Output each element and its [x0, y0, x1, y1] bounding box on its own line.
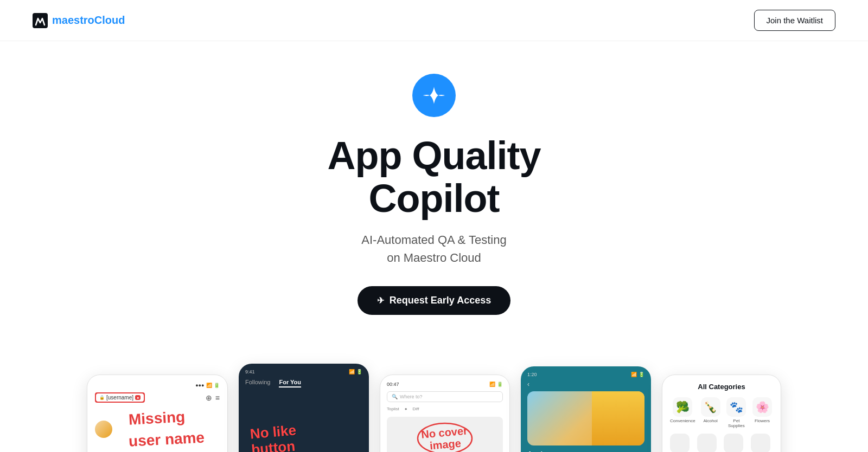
hero-subtitle-line2: on Maestro Cloud [387, 251, 481, 264]
song-title: Analogue [527, 450, 644, 452]
logo-icon [33, 13, 48, 28]
logo: maestroCloud [33, 13, 125, 28]
following-tab: Following [245, 379, 270, 388]
category-pet-supplies: 🐾 Pet Supplies [725, 397, 747, 428]
missing-text-line1: Missing [128, 409, 186, 429]
cover-image-area: No coverimage [387, 417, 503, 452]
media-status-bar: 00:47 📶 🔋 [387, 382, 503, 387]
hero-subtitle: AI-Automated QA & Testing on Maestro Clo… [361, 231, 506, 267]
request-early-access-button[interactable]: ✈ Request Early Access [358, 286, 510, 315]
category-placeholder-3 [724, 434, 743, 452]
send-icon: ✈ [377, 295, 384, 306]
categories-grid: 🥦 Convenience 🍾 Alcohol 🐾 Pet Supplies 🌸… [670, 397, 773, 428]
svg-rect-0 [33, 13, 48, 28]
dark-status-bar: 9:41 📶 🔋 [245, 369, 362, 374]
music-time: 1:20 [527, 372, 537, 377]
category-convenience: 🥦 Convenience [670, 397, 695, 428]
no-like-button-annotation: No likebutton [250, 423, 298, 452]
username-field: 🔒 [username] ● [95, 392, 145, 403]
nav-item-1: Toplist [387, 406, 399, 411]
hero-title: App Quality Copilot [327, 134, 540, 220]
back-button: ‹ [521, 380, 651, 391]
hero-icon-circle [412, 74, 456, 117]
convenience-icon: 🥦 [673, 397, 692, 417]
cta-label: Request Early Access [390, 295, 491, 306]
lock-badge: ● [135, 395, 141, 400]
pet-supplies-label: Pet Supplies [725, 418, 747, 428]
convenience-label: Convenience [670, 418, 695, 423]
flowers-label: Flowers [755, 418, 770, 423]
search-bar: 🔍 Where to? [387, 391, 503, 402]
add-icon: ⊕ [206, 393, 212, 402]
nav-item-3: Diff [413, 406, 419, 411]
circle-annotation [415, 419, 475, 452]
avatar [95, 421, 112, 438]
menu-icon: ≡ [215, 393, 220, 402]
media-nav: Toplist ● Diff [387, 406, 503, 411]
song-info: Analogue [521, 445, 651, 452]
nav-item-2: ● [405, 406, 407, 411]
alcohol-icon: 🍾 [701, 397, 720, 417]
alcohol-label: Alcohol [703, 418, 717, 423]
screenshot-feed-dark: 9:41 📶 🔋 Following For You No likebutton [239, 364, 369, 452]
status-bar: ●●● 📶 🔋 [95, 383, 220, 388]
more-categories [670, 434, 773, 452]
feed-tabs: Following For You [245, 379, 362, 388]
profile-header: 🔒 [username] ● ⊕ ≡ [95, 392, 220, 403]
category-alcohol: 🍾 Alcohol [700, 397, 722, 428]
star-icon [423, 85, 445, 106]
category-placeholder-4 [751, 434, 770, 452]
screenshot-categories: All Categories 🥦 Convenience 🍾 Alcohol 🐾… [662, 374, 781, 452]
search-placeholder: Where to? [400, 394, 423, 399]
missing-username-annotation: Missing user name [118, 408, 220, 450]
screenshot-music-player: 1:20 📶 🔋 ‹ Analogue ▶ [521, 366, 651, 452]
categories-title: All Categories [670, 383, 773, 391]
screenshot-media-app: 00:47 📶 🔋 🔍 Where to? Toplist ● Diff No … [380, 374, 510, 452]
search-icon: 🔍 [392, 394, 398, 399]
album-art-stripe [592, 391, 644, 445]
hero-section: App Quality Copilot AI-Automated QA & Te… [0, 41, 868, 342]
media-time: 00:47 [387, 382, 399, 387]
music-status-bar: 1:20 📶 🔋 [521, 366, 651, 380]
flowers-icon: 🌸 [752, 397, 772, 417]
logo-text-regular: maestro [52, 14, 94, 26]
logo-text-colored: Cloud [94, 14, 125, 26]
logo-text: maestroCloud [52, 14, 125, 27]
category-placeholder-1 [670, 434, 690, 452]
hero-title-line1: App Quality [327, 134, 540, 177]
screenshot-social-profile: ●●● 📶 🔋 🔒 [username] ● ⊕ ≡ Missing us [87, 374, 228, 452]
missing-text-line2: user name [128, 430, 205, 450]
hero-title-line2: Copilot [369, 177, 500, 220]
header: maestroCloud Join the Waitlist [0, 0, 868, 41]
hero-subtitle-line1: AI-Automated QA & Testing [361, 233, 506, 247]
for-you-tab: For You [279, 379, 301, 388]
category-placeholder-2 [697, 434, 717, 452]
profile-actions: ⊕ ≡ [206, 393, 220, 402]
join-waitlist-button[interactable]: Join the Waitlist [754, 10, 835, 31]
pet-supplies-icon: 🐾 [726, 397, 746, 417]
category-flowers: 🌸 Flowers [751, 397, 773, 428]
svg-point-1 [418, 423, 472, 452]
screenshots-section: ●●● 📶 🔋 🔒 [username] ● ⊕ ≡ Missing us [0, 342, 868, 452]
album-art [527, 391, 644, 445]
username-label: [username] [106, 395, 133, 401]
